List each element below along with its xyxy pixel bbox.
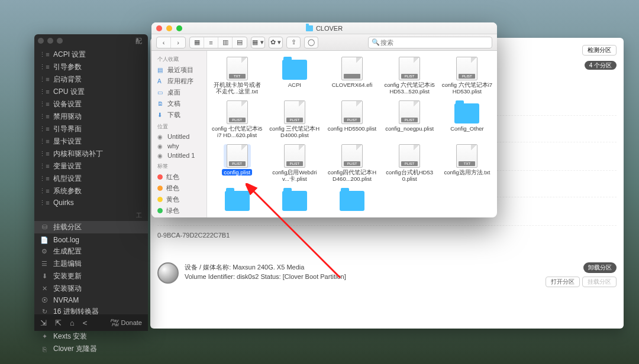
sidebar-item[interactable]: A应用程序 xyxy=(151,76,206,87)
sidebar-item[interactable]: ☰主题编辑 xyxy=(34,258,148,270)
sidebar-item[interactable]: ✕安装驱动 xyxy=(34,282,148,295)
minimize-icon[interactable] xyxy=(166,25,172,31)
sidebar-item[interactable]: ⋮≡变量设置 xyxy=(34,160,148,173)
export-icon[interactable]: ⇱ xyxy=(55,318,62,327)
sidebar-item[interactable]: ◉Untitled xyxy=(151,132,206,141)
sidebar-item[interactable]: ⋮≡引导界面 xyxy=(34,123,148,135)
file-item[interactable]: ACPI xyxy=(267,56,322,96)
tags-button[interactable]: ◯ xyxy=(304,37,318,48)
sidebar-item[interactable]: ◉Untitled 1 xyxy=(151,151,206,160)
file-label: config 三代笔记本HD4000.plist xyxy=(269,125,320,138)
view-list-button[interactable]: ≡ xyxy=(204,37,218,48)
finder-file-grid[interactable]: TXT开机就卡加号或者不走代...这里.txtACPICLOVERX64.efi… xyxy=(207,51,497,217)
list-icon: ⋮≡ xyxy=(40,150,49,158)
view-switcher[interactable]: ▦ ≡ ▥ ▤ xyxy=(189,37,247,48)
share-icon[interactable]: < xyxy=(83,318,88,327)
forward-button[interactable]: › xyxy=(171,37,185,48)
group-menu[interactable]: ▦ ▾ xyxy=(251,37,265,48)
sidebar-item[interactable]: ⋮≡启动背景 xyxy=(34,73,148,86)
view-gallery-button[interactable]: ▤ xyxy=(233,37,247,48)
sidebar-item[interactable]: ◉why xyxy=(151,141,206,151)
list-icon: ⋮≡ xyxy=(40,113,49,121)
mount-partition-button[interactable]: 挂载分区 xyxy=(582,277,617,287)
file-item[interactable]: PLISTconfig 六代笔记本i7 HD530.plist xyxy=(440,56,495,96)
file-item[interactable]: TXTconfig选用方法.txt xyxy=(440,143,495,183)
search-input[interactable] xyxy=(368,37,492,48)
file-label: config选用方法.txt xyxy=(444,169,490,176)
traffic-light-close[interactable] xyxy=(38,38,44,44)
sidebar-item-mount[interactable]: ⛁ 挂载分区 xyxy=(34,221,148,233)
sidebar-item[interactable]: ▤最近项目 xyxy=(151,64,206,76)
folder-icon xyxy=(340,191,364,211)
tool-icon: ✕ xyxy=(40,285,49,293)
sidebar-tag[interactable]: 绿色 xyxy=(151,205,206,216)
view-columns-button[interactable]: ▥ xyxy=(218,37,233,48)
nav-back-forward[interactable]: ‹ › xyxy=(156,37,186,48)
sidebar-item[interactable]: ⋮≡显卡设置 xyxy=(34,135,148,148)
view-icons-button[interactable]: ▦ xyxy=(190,37,204,48)
sidebar-item[interactable]: ⦿NVRAM xyxy=(34,295,148,306)
donate-button[interactable]: PayPalDonate xyxy=(111,318,142,327)
home-icon[interactable]: ⌂ xyxy=(70,318,75,327)
search-field[interactable]: 🔍 xyxy=(368,37,492,48)
file-item[interactable]: PLISTconfig.plist xyxy=(209,143,264,183)
sidebar-item[interactable]: ⋮≡系统参数 xyxy=(34,185,148,197)
sidebar-item[interactable]: ⋮≡禁用驱动 xyxy=(34,110,148,123)
sidebar-item[interactable]: ⋮≡Quirks xyxy=(34,197,148,208)
sidebar-tag[interactable]: 黄色 xyxy=(151,194,206,205)
file-item[interactable]: PLISTconfig_noegpu.plist xyxy=(382,99,437,139)
list-icon: ⋮≡ xyxy=(40,162,49,171)
sidebar-item[interactable]: ⚙生成配置 xyxy=(34,245,148,258)
sidebar-item[interactable]: ✦Kexts 安装 xyxy=(34,330,148,343)
folder-icon xyxy=(454,103,479,124)
sidebar-tag[interactable]: 红色 xyxy=(151,171,206,183)
sidebar-item[interactable]: ⋮≡设备设置 xyxy=(34,98,148,110)
file-label: config启用Webdriv...卡.plist xyxy=(269,169,320,182)
file-item[interactable]: PLISTconfig 七代笔记本i5 i7 HD...620.plist xyxy=(209,99,264,139)
file-item[interactable]: CLOVERX64.efi xyxy=(324,56,379,96)
file-item[interactable]: PLISTconfig 三代笔记本HD4000.plist xyxy=(267,99,322,139)
file-item[interactable] xyxy=(267,187,322,214)
sidebar-item[interactable]: ⬇下载 xyxy=(151,109,206,121)
sidebar-item[interactable]: ⋮≡机型设置 xyxy=(34,173,148,185)
file-item[interactable] xyxy=(324,187,379,214)
open-partition-button[interactable]: 打开分区 xyxy=(546,277,580,287)
sidebar-tag[interactable]: 橙色 xyxy=(151,183,206,194)
traffic-light-min[interactable] xyxy=(47,38,53,44)
list-icon: ⋮≡ xyxy=(40,88,49,96)
file-icon: PLIST xyxy=(399,100,420,124)
sidebar-item[interactable]: ▭桌面 xyxy=(151,87,206,98)
action-menu[interactable]: ✿ ▾ xyxy=(269,37,283,48)
back-button[interactable]: ‹ xyxy=(157,37,171,48)
folder-icon xyxy=(225,191,250,211)
traffic-light-max[interactable] xyxy=(57,38,63,44)
detect-partition-button[interactable]: 检测分区 xyxy=(582,45,617,56)
file-item[interactable] xyxy=(209,187,264,214)
finder-toolbar: ‹ › ▦ ≡ ▥ ▤ ▦ ▾ ✿ ▾ ⇪ ◯ 🔍 xyxy=(151,34,497,51)
sidebar-item[interactable]: 📄Boot.log xyxy=(34,235,148,245)
unmount-badge[interactable]: 卸载分区 xyxy=(583,262,617,273)
list-icon: ⋮≡ xyxy=(40,187,49,196)
sidebar-item[interactable]: 🗎文稿 xyxy=(151,98,206,109)
import-icon[interactable]: ⇲ xyxy=(40,318,47,327)
sidebar-item[interactable]: ⋮≡ACPI 设置 xyxy=(34,48,148,61)
file-item[interactable]: PLISTconfig 六代笔记本i5 HD53...520.plist xyxy=(382,56,437,96)
file-label: config 七代笔记本i5 i7 HD...620.plist xyxy=(212,125,263,138)
zoom-icon[interactable] xyxy=(176,25,182,31)
file-icon: TXT xyxy=(227,57,248,80)
list-icon: ⋮≡ xyxy=(40,100,49,109)
file-item[interactable]: Config_Other xyxy=(440,99,495,139)
file-item[interactable]: PLISTconfig四代笔记本HD460...200.plist xyxy=(324,143,379,183)
sidebar-item[interactable]: ⋮≡CPU 设置 xyxy=(34,86,148,98)
file-item[interactable]: PLISTconfig台式机HD530.plist xyxy=(382,143,437,183)
file-item[interactable]: TXT开机就卡加号或者不走代...这里.txt xyxy=(209,56,264,96)
sidebar-item[interactable]: ⋮≡内核和驱动补丁 xyxy=(34,148,148,160)
share-button[interactable]: ⇪ xyxy=(286,37,301,48)
file-label: config 六代笔记本i7 HD530.plist xyxy=(441,82,492,95)
sidebar-item[interactable]: ⎘Clover 克隆器 xyxy=(34,343,148,355)
file-item[interactable]: PLISTconfig HD5500.plist xyxy=(324,99,379,139)
sidebar-item[interactable]: ⋮≡引导参数 xyxy=(34,61,148,73)
sidebar-item[interactable]: ⬇安装更新 xyxy=(34,270,148,282)
close-icon[interactable] xyxy=(156,25,162,31)
file-item[interactable]: PLISTconfig启用Webdriv...卡.plist xyxy=(267,143,322,183)
